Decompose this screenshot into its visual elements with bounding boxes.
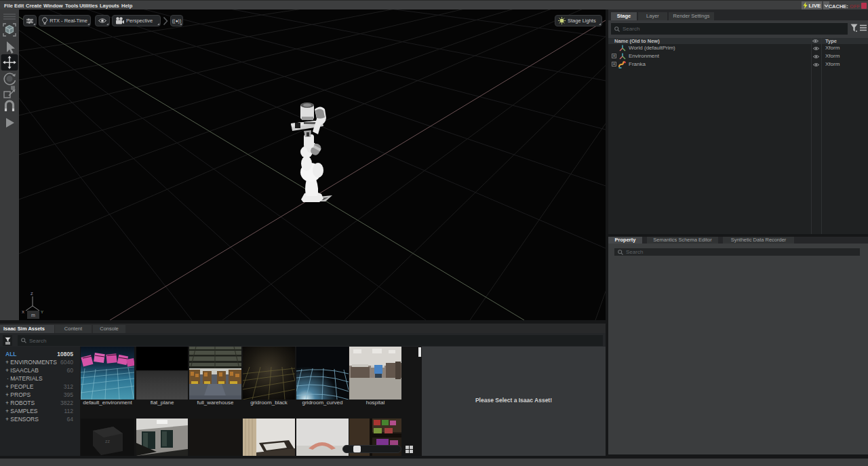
svg-text:m: m (31, 313, 35, 317)
svg-text:Z: Z (31, 292, 33, 296)
svg-text:Y: Y (41, 310, 43, 314)
svg-text:zz: zz (105, 439, 111, 444)
svg-text:X: X (22, 310, 24, 314)
